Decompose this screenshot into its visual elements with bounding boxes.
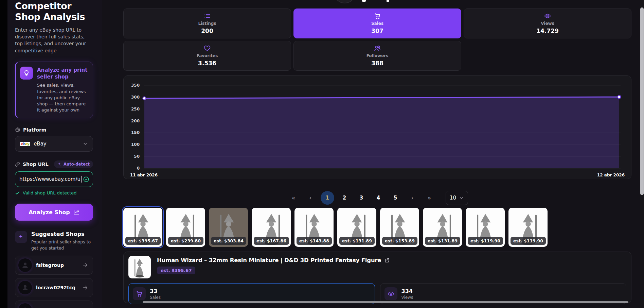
cart-icon <box>374 13 381 19</box>
pagination-page-4[interactable]: 4 <box>372 191 385 205</box>
svg-text:0: 0 <box>137 166 140 171</box>
scrollbar-track[interactable] <box>640 0 644 308</box>
estimated-price-badge: est. $239.80 <box>168 237 203 245</box>
pagination-first-button[interactable]: « <box>287 191 300 205</box>
estimated-price-badge: est. $119.90 <box>468 237 503 245</box>
autodetect-badge[interactable]: Auto-detect <box>54 160 93 168</box>
main-content: Listings 200 Sales 307 Views 14.729 Favo… <box>102 0 644 308</box>
listing-thumbnail[interactable]: est. $167.86 <box>252 208 291 247</box>
estimated-price-badge: est. $395.67 <box>125 237 161 245</box>
arrow-right-icon <box>83 285 88 290</box>
estimated-price-badge: est. $153.89 <box>382 237 417 245</box>
listing-title: Human Wizard – 32mm Resin Miniature | D&… <box>157 257 381 263</box>
stat-label: Views <box>541 21 554 26</box>
detail-stat-label: Views <box>401 295 413 300</box>
stat-value: 14.729 <box>536 28 559 34</box>
listing-thumbnail[interactable]: est. $153.89 <box>380 208 419 247</box>
stat-card-favorites[interactable]: Favorites 3.536 <box>123 41 291 71</box>
estimated-price-badge: est. $143.88 <box>297 237 332 245</box>
detail-stat-label: Sales <box>150 295 161 300</box>
estimated-price-badge: est. $131.89 <box>339 237 375 245</box>
suggested-shops-subtitle: Popular print seller shops to get you st… <box>31 239 93 251</box>
shop-title-fragment <box>387 0 389 2</box>
listing-thumbnail[interactable]: est. $119.90 <box>508 208 548 247</box>
suggested-shop-item[interactable]: locraw0292tcg <box>15 278 93 297</box>
platform-label: Platform <box>15 127 93 133</box>
svg-text:150: 150 <box>131 130 140 135</box>
listing-detail-panel: Human Wizard – 32mm Resin Miniature | D&… <box>123 252 631 303</box>
platform-value: eBay <box>34 141 79 147</box>
shop-url-label: Shop URL <box>15 161 49 167</box>
stat-label: Listings <box>198 21 216 26</box>
stat-card-views[interactable]: Views 14.729 <box>464 8 631 38</box>
pagination-next-button[interactable]: › <box>406 191 419 205</box>
stat-value: 307 <box>371 28 383 34</box>
suggested-shop-list: fsitegroup locraw0292tcg tabletopterrain… <box>15 256 93 308</box>
shop-url-value: https://www.ebay.com/usr/ <box>19 176 80 182</box>
estimated-price-badge: est. $167.86 <box>254 237 289 245</box>
stat-card-listings[interactable]: Listings 200 <box>123 8 291 38</box>
svg-text:100: 100 <box>131 142 140 147</box>
eye-icon <box>384 287 397 300</box>
external-link-icon[interactable] <box>384 258 390 263</box>
page-size-select[interactable]: 10 <box>446 191 468 205</box>
listing-thumbnail[interactable]: est. $239.80 <box>166 208 205 247</box>
page-size-value: 10 <box>450 195 456 201</box>
scrollbar-thumb[interactable] <box>640 7 644 195</box>
svg-text:50: 50 <box>134 154 140 159</box>
pagination-page-2[interactable]: 2 <box>338 191 351 205</box>
pagination-prev-button[interactable]: ‹ <box>304 191 317 205</box>
stat-value: 388 <box>371 60 383 67</box>
sidebar: Competitor Shop Analysis Enter any eBay … <box>7 0 102 308</box>
shop-stats-grid: Listings 200 Sales 307 Views 14.729 Favo… <box>123 8 631 71</box>
shop-name: fsitegroup <box>36 262 78 268</box>
pagination-page-3[interactable]: 3 <box>355 191 368 205</box>
chart-line-icon <box>73 209 79 215</box>
check-icon <box>15 190 20 195</box>
shop-avatar-icon <box>18 281 32 294</box>
chevron-down-icon <box>83 141 88 147</box>
pagination: «‹12345›»10 <box>123 190 631 206</box>
svg-text:250: 250 <box>131 107 140 112</box>
pagination-page-5[interactable]: 5 <box>389 191 402 205</box>
stat-value: 3.536 <box>198 60 216 67</box>
suggested-shop-item[interactable]: tabletopterrainminis <box>15 301 93 308</box>
stat-card-followers[interactable]: Followers 388 <box>293 41 461 71</box>
svg-text:11 abr 2026: 11 abr 2026 <box>130 173 158 177</box>
shop-avatar-icon <box>18 258 32 272</box>
sales-chart-panel: 05010015020025030035011 abr 202612 abr 2… <box>123 75 631 179</box>
listing-thumbnail[interactable]: est. $119.90 <box>466 208 505 247</box>
tip-body: See sales, views, favorites, and reviews… <box>37 82 89 113</box>
tip-card: Analyze any print seller shop See sales,… <box>15 62 93 118</box>
analyze-shop-button[interactable]: Analyze Shop <box>15 204 93 221</box>
stat-card-sales[interactable]: Sales 307 <box>293 8 461 38</box>
suggested-shop-item[interactable]: fsitegroup <box>15 256 93 275</box>
pagination-page-1[interactable]: 1 <box>321 191 334 205</box>
shop-url-input[interactable]: https://www.ebay.com/usr/ <box>15 171 93 187</box>
chevron-down-icon <box>459 195 464 201</box>
listing-thumbnail[interactable]: est. $131.89 <box>423 208 462 247</box>
svg-text:200: 200 <box>131 119 140 123</box>
listing-thumbnail[interactable]: est. $303.84 <box>209 208 248 247</box>
suggested-shops-header: Suggested Shops Popular print seller sho… <box>15 231 93 251</box>
ebay-logo: ebay <box>20 142 30 146</box>
globe-icon <box>15 127 20 133</box>
listing-thumbnail[interactable]: est. $143.88 <box>294 208 334 247</box>
listing-thumbnails: est. $395.67 est. $239.80 est. $303.84 e… <box>123 208 631 247</box>
text-caret <box>81 176 82 183</box>
listing-thumbnail[interactable]: est. $131.89 <box>337 208 376 247</box>
sales-area-chart: 05010015020025030035011 abr 202612 abr 2… <box>129 77 626 179</box>
suggested-shops-title: Suggested Shops <box>31 231 93 237</box>
platform-select[interactable]: ebay eBay <box>15 136 93 152</box>
arrow-right-icon <box>83 262 88 268</box>
listing-thumbnail[interactable]: est. $395.67 <box>123 208 162 247</box>
pagination-last-button[interactable]: » <box>423 191 436 205</box>
shop-name: locraw0292tcg <box>36 285 78 290</box>
svg-text:350: 350 <box>131 83 140 88</box>
shop-avatar <box>334 0 356 3</box>
detail-stat-value: 334 <box>401 288 413 294</box>
stat-value: 200 <box>201 28 213 34</box>
users-icon <box>374 45 381 52</box>
page-title: Competitor Shop Analysis <box>15 1 93 22</box>
lightbulb-icon <box>20 67 33 80</box>
